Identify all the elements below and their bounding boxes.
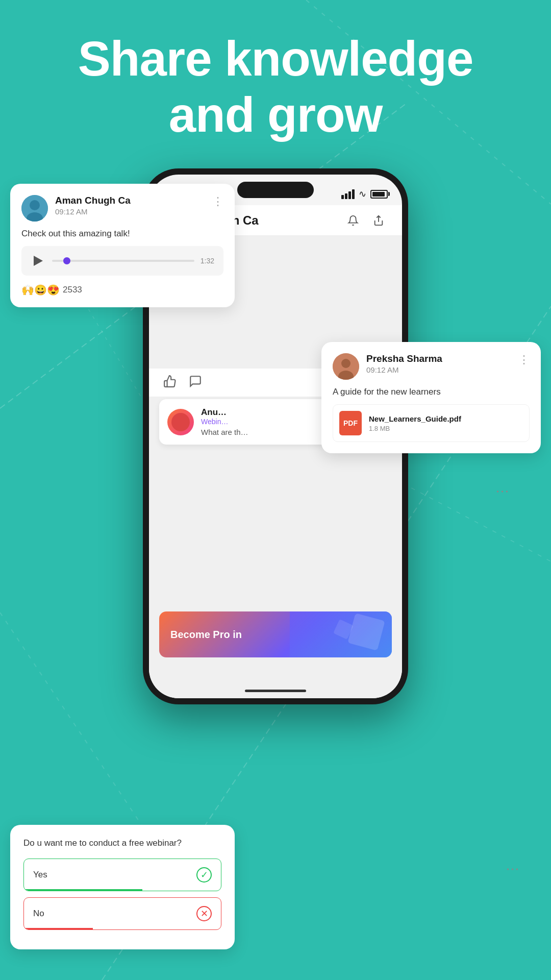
- become-pro-text: Become Pro in: [170, 629, 242, 641]
- hero-line2: and grow: [169, 87, 383, 142]
- pdf-icon: PDF: [339, 411, 362, 435]
- pdf-info: New_Learners_Guide.pdf 1.8 MB: [369, 414, 461, 432]
- preksha-message: A guide for the new learners: [333, 387, 530, 397]
- signal-icon: [341, 189, 355, 199]
- webinar-user-name: Anu…: [201, 407, 248, 418]
- aman-time: 09:12 AM: [55, 207, 212, 216]
- poll-option-yes[interactable]: Yes ✓: [23, 859, 221, 891]
- floating-dots-icon[interactable]: ⋮: [494, 485, 510, 500]
- preksha-avatar: [333, 353, 359, 380]
- reaction-count: 2533: [63, 285, 82, 295]
- poll-no-check-icon: ✕: [196, 906, 212, 921]
- webinar-subtitle: Webin…: [201, 418, 248, 426]
- pdf-filename: New_Learners_Guide.pdf: [369, 414, 461, 423]
- hero-section: Share knowledge and grow: [0, 31, 551, 143]
- play-triangle-icon: [34, 256, 43, 266]
- poll-yes-check-icon: ✓: [196, 867, 212, 883]
- poll-yes-label: Yes: [33, 870, 47, 880]
- svg-point-11: [341, 359, 350, 368]
- card-header-preksha: Preksha Sharma 09:12 AM ⋮: [333, 353, 530, 380]
- preksha-user-name: Preksha Sharma: [366, 353, 518, 364]
- reaction-emojis: 🙌😀😍: [21, 284, 60, 296]
- play-button[interactable]: [31, 253, 46, 268]
- pdf-attachment[interactable]: PDF New_Learners_Guide.pdf 1.8 MB: [333, 404, 530, 442]
- card-header-aman: Aman Chugh Ca 09:12 AM ⋮: [21, 195, 223, 222]
- audio-progress-dot: [63, 257, 70, 264]
- hero-line1: Share knowledge: [78, 31, 473, 86]
- webinar-info: Anu… Webin… What are th…: [201, 407, 248, 436]
- cards-container: 19:02 ∿ Aman Chugh Ca: [0, 168, 551, 980]
- webinar-question-preview: What are th…: [201, 428, 248, 436]
- aman-message: Check out this amazing talk!: [21, 229, 223, 239]
- home-indicator: [245, 690, 306, 692]
- phone-notch: [237, 182, 314, 198]
- pdf-filesize: 1.8 MB: [369, 425, 461, 432]
- webinar-avatar: [167, 409, 194, 435]
- aman-chugh-card: Aman Chugh Ca 09:12 AM ⋮ Check out this …: [10, 184, 235, 307]
- share-icon[interactable]: [369, 211, 388, 230]
- poll-option-no[interactable]: No ✕: [23, 897, 221, 930]
- audio-duration: 1:32: [201, 257, 214, 265]
- preksha-sharma-card: Preksha Sharma 09:12 AM ⋮ A guide for th…: [321, 342, 541, 453]
- poll-question: Do u want me to conduct a free webinar?: [23, 838, 221, 848]
- poll-no-progress: [24, 928, 93, 929]
- floating-dots-bottom-icon[interactable]: ⋮: [505, 863, 520, 878]
- aman-user-info: Aman Chugh Ca 09:12 AM: [55, 195, 212, 216]
- like-icon[interactable]: [163, 375, 177, 391]
- preksha-time: 09:12 AM: [366, 365, 518, 374]
- svg-point-8: [30, 200, 40, 210]
- aman-card-menu-icon[interactable]: ⋮: [212, 195, 223, 208]
- poll-card: Do u want me to conduct a free webinar? …: [10, 825, 235, 949]
- status-icons: ∿: [341, 188, 388, 200]
- poll-no-label: No: [33, 909, 44, 919]
- audio-progress-bar[interactable]: [52, 260, 194, 262]
- comment-icon[interactable]: [189, 375, 202, 391]
- aman-avatar: [21, 195, 48, 222]
- battery-icon: [370, 190, 388, 199]
- bell-icon[interactable]: [344, 211, 362, 230]
- card-reactions[interactable]: 🙌😀😍 2533: [21, 284, 223, 296]
- aman-user-name: Aman Chugh Ca: [55, 195, 212, 206]
- become-pro-banner[interactable]: Become Pro in: [159, 611, 392, 657]
- wifi-icon: ∿: [359, 188, 366, 200]
- audio-player[interactable]: 1:32: [21, 246, 223, 276]
- preksha-card-menu-icon[interactable]: ⋮: [518, 353, 530, 366]
- preksha-user-info: Preksha Sharma 09:12 AM: [366, 353, 518, 374]
- poll-yes-progress: [24, 889, 142, 891]
